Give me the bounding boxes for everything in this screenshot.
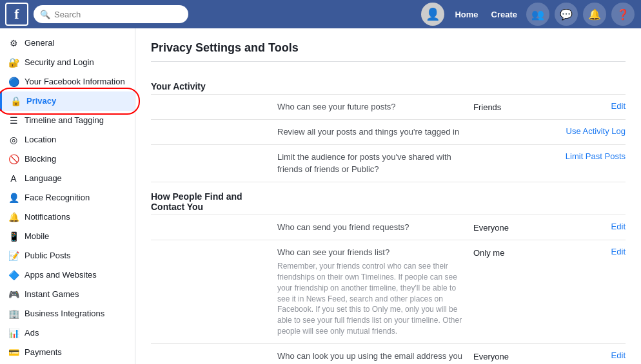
row-action: Edit [548, 222, 626, 231]
sidebar-icon-ads: 📊 [8, 327, 19, 339]
people-icon[interactable]: 👥 [526, 3, 549, 26]
sidebar-item-location[interactable]: ◎Location [0, 130, 135, 149]
sidebar-item-privacy[interactable]: 🔒Privacy [0, 91, 135, 111]
avatar[interactable]: 👤 [421, 3, 444, 26]
edit-link[interactable]: Edit [611, 350, 626, 360]
sidebar-icon-facebook-info: 🔵 [8, 76, 19, 88]
sidebar-icon-language: A [8, 173, 19, 184]
facebook-logo[interactable]: f [5, 3, 28, 26]
sidebar-item-security[interactable]: 🔐Security and Login [0, 53, 135, 72]
row-action: Edit [548, 350, 626, 360]
row-action: Edit [548, 247, 626, 256]
sidebar-label-ads: Ads [25, 328, 127, 339]
sidebar-item-business-integrations[interactable]: 🏢Business Integrations [0, 304, 135, 323]
sidebar-item-blocking[interactable]: 🚫Blocking [0, 149, 135, 169]
sidebar-label-timeline: Timeline and Tagging [25, 115, 127, 126]
row-value: Friends [473, 101, 538, 112]
row-question: Who can see your friends list?Remember, … [277, 247, 463, 337]
row-value: Everyone [473, 222, 538, 233]
row-question: Limit the audience for posts you've shar… [277, 151, 463, 175]
sidebar-icon-blocking: 🚫 [8, 153, 19, 165]
sidebar-item-public-posts[interactable]: 📝Public Posts [0, 246, 135, 265]
sidebar-icon-location: ◎ [8, 134, 19, 146]
row-value [473, 126, 538, 128]
sidebar-item-apps-websites[interactable]: 🔷Apps and Websites [0, 265, 135, 285]
row-action: Use Activity Log [548, 126, 626, 136]
row-question: Who can send you friend requests? [277, 222, 463, 233]
sidebar-item-mobile[interactable]: 📱Mobile [0, 227, 135, 246]
sidebar-icon-apps-websites: 🔷 [8, 269, 19, 281]
row-action: Edit [548, 101, 626, 111]
section-cell [151, 151, 267, 153]
sidebar-item-instant-games[interactable]: 🎮Instant Games [0, 285, 135, 304]
row-action: Limit Past Posts [548, 151, 626, 161]
sidebar-icon-public-posts: 📝 [8, 250, 19, 262]
sidebar-label-location: Location [25, 135, 127, 146]
help-icon[interactable]: ❓ [611, 3, 635, 26]
sidebar-icon-notifications: 🔔 [8, 211, 19, 223]
row-value [473, 151, 538, 153]
sidebar-item-face-recognition[interactable]: 👤Face Recognition [0, 188, 135, 207]
sidebar-icon-business-integrations: 🏢 [8, 308, 19, 320]
sidebar-item-payments[interactable]: 💳Payments [0, 343, 135, 362]
sidebar-icon-timeline: ☰ [8, 115, 19, 126]
sidebar-item-facebook-info[interactable]: 🔵Your Facebook Information [0, 72, 135, 91]
sidebar-item-notifications[interactable]: 🔔Notifications [0, 207, 135, 227]
sidebar-label-face-recognition: Face Recognition [25, 193, 127, 204]
section-cell [151, 222, 267, 223]
row-value: Everyone [473, 350, 538, 361]
sidebar: ⚙General🔐Security and Login🔵Your Faceboo… [0, 28, 135, 364]
sidebar-label-instant-games: Instant Games [25, 289, 127, 300]
row-question: Review all your posts and things you're … [277, 126, 463, 138]
settings-row: Who can see your friends list?Remember, … [151, 240, 626, 344]
edit-link[interactable]: Use Activity Log [566, 126, 626, 136]
main-content: Privacy Settings and Tools Your Activity… [135, 28, 641, 364]
settings-row: Review all your posts and things you're … [151, 120, 626, 145]
sidebar-label-apps-websites: Apps and Websites [25, 270, 127, 281]
sidebar-label-privacy: Privacy [26, 96, 127, 107]
row-note: Remember, your friends control who can s… [277, 261, 463, 337]
edit-link[interactable]: Edit [611, 247, 626, 256]
settings-row: Who can look you up using the email addr… [151, 344, 626, 364]
settings-row: Limit the audience for posts you've shar… [151, 145, 626, 182]
section-cell [151, 247, 267, 248]
settings-row: Who can send you friend requests?Everyon… [151, 215, 626, 240]
edit-link[interactable]: Edit [611, 222, 626, 231]
page-title: Privacy Settings and Tools [151, 41, 626, 62]
settings-row: Who can see your future posts?FriendsEdi… [151, 95, 626, 120]
nav-right: 👤 Home Create 👥 💬 🔔 ❓ [419, 3, 636, 26]
sidebar-icon-face-recognition: 👤 [8, 192, 19, 204]
sidebar-item-timeline[interactable]: ☰Timeline and Tagging [0, 111, 135, 130]
settings-section: Your ActivityWho can see your future pos… [151, 72, 626, 364]
notifications-icon[interactable]: 🔔 [583, 3, 606, 26]
section-cell [151, 126, 267, 128]
search-input[interactable] [54, 10, 182, 19]
search-bar[interactable]: 🔍 [34, 5, 188, 23]
sidebar-item-general[interactable]: ⚙General [0, 34, 135, 53]
sidebar-item-ads[interactable]: 📊Ads [0, 323, 135, 343]
sidebar-label-facebook-info: Your Facebook Information [25, 77, 127, 88]
sidebar-label-general: General [25, 38, 127, 49]
sidebar-label-payments: Payments [25, 347, 127, 358]
section-cell [151, 101, 267, 102]
search-icon: 🔍 [40, 10, 50, 19]
create-link[interactable]: Create [486, 10, 522, 19]
section-title-how-people-find: How People Find and Contact You [151, 191, 267, 212]
home-link[interactable]: Home [449, 10, 483, 19]
sidebar-icon-privacy: 🔒 [10, 95, 21, 107]
section-header-your-activity: Your Activity [151, 72, 626, 95]
section-header-how-people-find: How People Find and Contact You [151, 182, 626, 215]
messenger-icon[interactable]: 💬 [555, 3, 578, 26]
sidebar-label-security: Security and Login [25, 57, 127, 68]
sidebar-label-mobile: Mobile [25, 231, 127, 242]
edit-link[interactable]: Edit [611, 101, 626, 111]
edit-link[interactable]: Limit Past Posts [566, 151, 626, 161]
sidebar-icon-instant-games: 🎮 [8, 289, 19, 300]
sidebar-label-public-posts: Public Posts [25, 251, 127, 262]
section-title-your-activity: Your Activity [151, 81, 267, 91]
row-value: Only me [473, 247, 538, 258]
sidebar-item-language[interactable]: ALanguage [0, 169, 135, 188]
top-navigation: f 🔍 👤 Home Create 👥 💬 🔔 ❓ [0, 0, 641, 28]
row-question: Who can see your future posts? [277, 101, 463, 113]
sidebar-label-language: Language [25, 173, 127, 184]
